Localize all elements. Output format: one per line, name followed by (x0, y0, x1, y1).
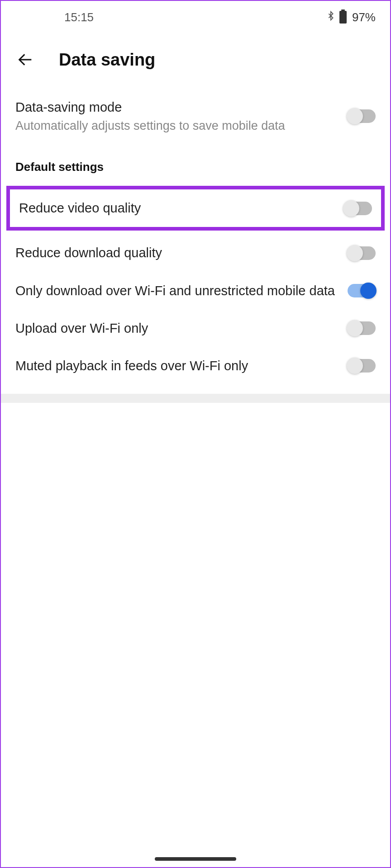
toggle-thumb (347, 358, 363, 374)
toggle-reduce-download-quality[interactable] (348, 246, 376, 260)
setting-text: Reduce video quality (19, 199, 333, 217)
home-indicator[interactable] (155, 857, 236, 861)
toggle-data-saving-mode[interactable] (348, 109, 376, 123)
setting-text: Reduce download quality (15, 244, 337, 262)
toggle-wifi-download-only[interactable] (348, 284, 376, 297)
setting-reduce-video-quality[interactable]: Reduce video quality (6, 186, 385, 231)
setting-text: Upload over Wi-Fi only (15, 320, 337, 337)
setting-data-saving-mode[interactable]: Data-saving mode Automatically adjusts s… (1, 89, 390, 144)
toggle-thumb (347, 108, 363, 124)
section-header-default: Default settings (1, 144, 390, 182)
toggle-thumb (343, 200, 359, 217)
battery-percent: 97% (352, 10, 376, 24)
setting-title: Muted playback in feeds over Wi-Fi only (15, 357, 337, 375)
setting-title: Upload over Wi-Fi only (15, 320, 337, 337)
setting-text: Muted playback in feeds over Wi-Fi only (15, 357, 337, 375)
app-header: Data saving (1, 33, 390, 89)
status-time: 15:15 (64, 10, 94, 24)
setting-text: Only download over Wi-Fi and unrestricte… (15, 282, 337, 300)
bluetooth-icon (326, 10, 336, 25)
status-bar: 15:15 97% (1, 1, 390, 33)
back-button[interactable] (15, 50, 35, 70)
toggle-thumb (347, 245, 363, 261)
setting-muted-playback-wifi[interactable]: Muted playback in feeds over Wi-Fi only (1, 347, 390, 385)
setting-title: Reduce video quality (19, 199, 333, 217)
status-icons: 97% (326, 10, 376, 25)
toggle-reduce-video-quality[interactable] (344, 202, 372, 215)
divider (1, 394, 390, 403)
arrow-left-icon (16, 51, 34, 69)
page-title: Data saving (59, 50, 155, 70)
battery-icon (339, 11, 347, 24)
toggle-muted-playback-wifi[interactable] (348, 359, 376, 373)
setting-wifi-download-only[interactable]: Only download over Wi-Fi and unrestricte… (1, 272, 390, 310)
setting-subtitle: Automatically adjusts settings to save m… (15, 118, 337, 134)
setting-text: Data-saving mode Automatically adjusts s… (15, 99, 337, 134)
setting-upload-wifi-only[interactable]: Upload over Wi-Fi only (1, 310, 390, 347)
toggle-thumb (347, 320, 363, 336)
setting-title: Only download over Wi-Fi and unrestricte… (15, 282, 337, 300)
toggle-upload-wifi-only[interactable] (348, 321, 376, 335)
setting-reduce-download-quality[interactable]: Reduce download quality (1, 234, 390, 272)
setting-title: Reduce download quality (15, 244, 337, 262)
toggle-thumb (360, 283, 377, 299)
setting-title: Data-saving mode (15, 99, 337, 116)
